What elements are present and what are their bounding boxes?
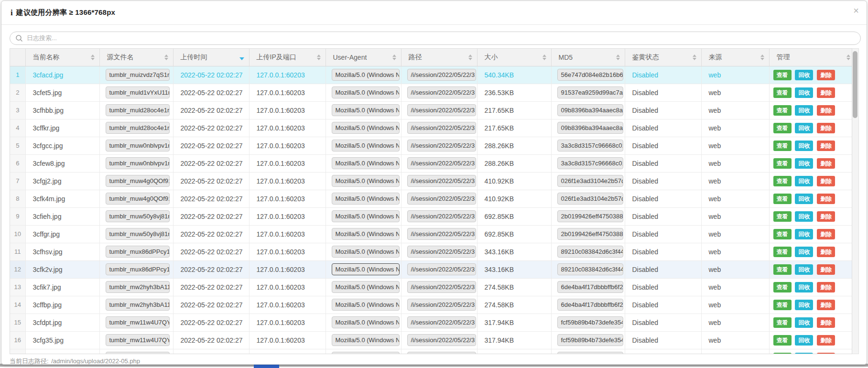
view-button[interactable]: 查看 [773, 335, 792, 346]
column-header[interactable]: 源文件名 [99, 49, 173, 66]
view-button[interactable]: 查看 [773, 317, 792, 328]
recycle-button[interactable]: 回收 [795, 211, 813, 222]
source-file-box[interactable]: tumblr_muw50y8vj81r2 [106, 228, 170, 240]
user-agent-box[interactable]: Mozilla/5.0 (Windows N [332, 263, 400, 275]
sort-icon[interactable] [91, 54, 95, 60]
file-path-box[interactable]: /i/session/2022/05/22/3 [407, 104, 476, 116]
md5-box[interactable]: 026f1e3ad3104e2b57d [557, 193, 623, 205]
sort-icon[interactable] [693, 54, 696, 60]
md5-box[interactable]: 6de4ba4f17dbbbffb6f2 [557, 299, 623, 311]
table-row[interactable]: 6 3cfew8.jpg tumblr_muw0nblvpv1r2 2022-0… [10, 154, 852, 172]
column-header[interactable]: User-Agent [326, 49, 401, 66]
delete-button[interactable]: 删除 [817, 282, 835, 292]
delete-button[interactable]: 删除 [817, 229, 835, 239]
user-agent-box[interactable]: Mozilla/5.0 (Windows N [332, 87, 400, 98]
delete-button[interactable]: 删除 [817, 87, 835, 98]
sort-icon[interactable] [164, 54, 168, 60]
source-file-box[interactable]: tumblr_muizvdz7qS1r2 [106, 69, 170, 81]
user-agent-box[interactable]: Mozilla/5.0 (Windows N [332, 316, 400, 328]
view-button[interactable]: 查看 [773, 123, 792, 133]
source-file-box[interactable]: tumblr_muld28oc4e1r2 [106, 104, 170, 116]
view-button[interactable]: 查看 [773, 70, 792, 80]
column-header[interactable]: 上传时间 [173, 49, 249, 66]
file-path-box[interactable]: /i/session/2022/05/22/3 [407, 299, 476, 311]
md5-box[interactable]: fcf59b89b4b73defe354 [557, 334, 623, 346]
md5-box[interactable]: 09b8396ba394aaec8a8 [557, 104, 623, 116]
view-button[interactable]: 查看 [773, 87, 792, 98]
view-button[interactable]: 查看 [773, 158, 792, 169]
delete-button[interactable]: 删除 [817, 176, 835, 186]
table-row[interactable]: 1 3cfacd.jpg tumblr_muizvdz7qS1r2 2022-0… [10, 66, 852, 84]
recycle-button[interactable]: 回收 [795, 317, 813, 328]
file-path-box[interactable]: /i/session/2022/05/22/3 [407, 316, 476, 328]
sort-icon[interactable] [542, 54, 546, 60]
file-path-box[interactable]: /i/session/2022/05/22/3 [407, 122, 476, 134]
user-agent-box[interactable]: Mozilla/5.0 (Windows N [332, 69, 400, 81]
file-path-box[interactable]: /i/session/2022/05/22/3 [407, 281, 476, 293]
table-row[interactable]: 9 3cfieh.jpg tumblr_muw50y8vj81r2 2022-0… [10, 207, 852, 225]
delete-button[interactable]: 删除 [817, 335, 835, 346]
file-path-box[interactable]: /i/session/2022/05/22/3 [407, 210, 476, 222]
user-agent-box[interactable]: Mozilla/5.0 (Windows N [332, 334, 400, 346]
md5-box[interactable]: fcf59b89b4b73defe354 [557, 316, 623, 328]
recycle-button[interactable]: 回收 [795, 123, 813, 133]
sort-icon[interactable] [317, 54, 321, 60]
delete-button[interactable]: 删除 [817, 247, 835, 257]
recycle-button[interactable]: 回收 [795, 194, 813, 204]
file-path-box[interactable]: /i/session/2022/05/22/3 [407, 140, 476, 152]
md5-box[interactable]: 89210c083842d6c3f44 [557, 246, 623, 258]
view-button[interactable]: 查看 [773, 229, 792, 239]
md5-box[interactable]: 91537ea9259d99ac7a1 [557, 87, 623, 98]
column-header[interactable]: 管理 [769, 49, 852, 66]
md5-box[interactable]: 3a3c8d3157c96668c01 [557, 140, 623, 152]
delete-button[interactable]: 删除 [817, 353, 835, 355]
delete-button[interactable]: 删除 [817, 158, 835, 169]
sort-icon[interactable] [846, 54, 850, 60]
file-path-box[interactable]: /i/session/2022/05/22/3 [407, 157, 476, 169]
view-button[interactable]: 查看 [773, 211, 792, 222]
table-row[interactable]: 10 3cffgr.jpg tumblr_muw50y8vj81r2 2022-… [10, 225, 852, 243]
user-agent-box[interactable]: Mozilla/5.0 (Windows N [332, 157, 400, 169]
table-row[interactable]: 16 3cfg35.jpg tumblr_mw11w4U7QY1 2022-05… [10, 331, 852, 349]
source-file-box[interactable]: tumblr_mux86dPPcy1r [106, 246, 170, 258]
source-file-box[interactable]: tumblr_muld1vYxU11r2 [106, 87, 170, 98]
view-button[interactable]: 查看 [773, 247, 792, 257]
view-button[interactable]: 查看 [773, 176, 792, 186]
table-row[interactable]: 5 3cfgcc.jpg tumblr_muw0nblvpv1r2 2022-0… [10, 137, 852, 154]
md5-box[interactable]: 026f1e3ad3104e2b57d [557, 175, 623, 187]
table-scrollbar[interactable] [852, 48, 859, 354]
view-button[interactable]: 查看 [773, 282, 792, 292]
user-agent-box[interactable]: Mozilla/5.0 (Windows N [332, 140, 400, 152]
file-path-box[interactable]: /i/session/2022/05/22/3 [407, 69, 476, 81]
file-path-box[interactable]: /i/session/2022/05/22/3 [407, 263, 476, 275]
recycle-button[interactable]: 回收 [795, 70, 813, 80]
file-path-box[interactable]: /i/session/2022/05/22/3 [407, 193, 476, 205]
source-file-box[interactable]: tumblr_mw2hyh3bA11r [106, 299, 170, 311]
table-row[interactable]: 7 3cfgj2.jpg tumblr_muw4g0QOf91r 2022-05… [10, 172, 852, 190]
source-file-box[interactable]: tumblr_mux86dPPcy1r [106, 263, 170, 275]
column-header[interactable]: 当前名称 [25, 49, 99, 66]
column-header[interactable]: 大小 [477, 49, 551, 66]
delete-button[interactable]: 删除 [817, 194, 835, 204]
column-header[interactable]: 路径 [401, 49, 477, 66]
table-row[interactable]: 8 3cfk4m.jpg tumblr_muw4g0QOf91r 2022-05… [10, 190, 852, 207]
user-agent-box[interactable]: Mozilla/5.0 (Windows N [332, 210, 400, 222]
table-row[interactable]: 12 3cfk2v.jpg tumblr_mux86dPPcy1r 2022-0… [10, 260, 852, 278]
recycle-button[interactable]: 回收 [795, 300, 813, 310]
view-button[interactable]: 查看 [773, 141, 792, 151]
user-agent-box[interactable]: Mozilla/5.0 (Windows N [332, 104, 400, 116]
view-button[interactable]: 查看 [773, 264, 792, 275]
view-button[interactable]: 查看 [773, 353, 792, 355]
source-file-box[interactable]: tumblr_mw11w4U7QY1 [106, 334, 170, 346]
delete-button[interactable]: 删除 [817, 211, 835, 222]
file-path-box[interactable]: /i/session/2022/05/22/3 [407, 246, 476, 258]
user-agent-box[interactable]: Mozilla/5.0 (Windows N [332, 193, 400, 205]
source-file-box[interactable]: tumblr_muld28oc4e1r2 [106, 122, 170, 134]
source-file-box[interactable]: tumblr_muw50y8vj81r2 [106, 210, 170, 222]
recycle-button[interactable]: 回收 [795, 335, 813, 346]
recycle-button[interactable]: 回收 [795, 141, 813, 151]
user-agent-box[interactable]: Mozilla/5.0 (Windows N [332, 228, 400, 240]
source-file-box[interactable]: tumblr_muw4g0QOf91r [106, 175, 170, 187]
view-button[interactable]: 查看 [773, 105, 792, 116]
recycle-button[interactable]: 回收 [795, 264, 813, 275]
